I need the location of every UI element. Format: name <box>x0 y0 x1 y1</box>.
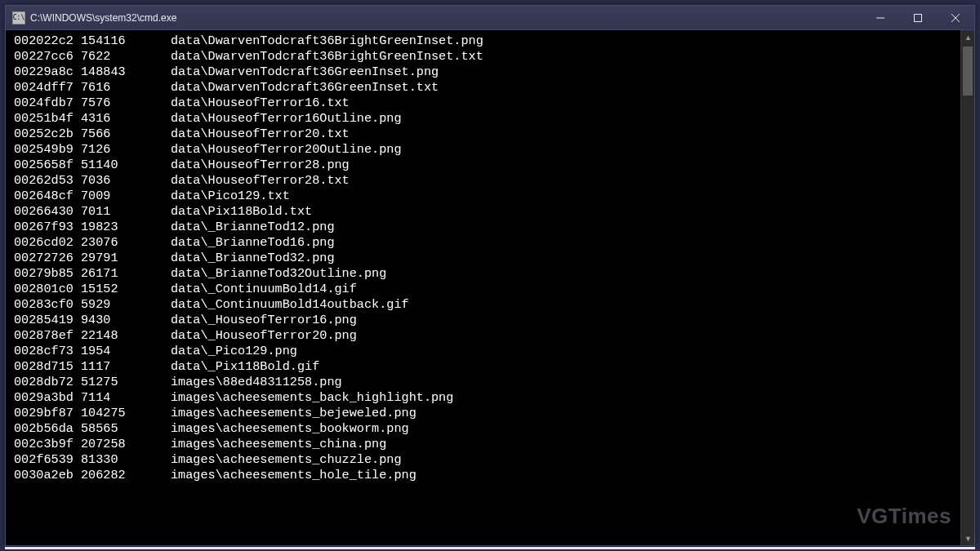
offset-value: 00283cf0 <box>14 297 81 313</box>
size-value: 7576 <box>81 96 171 111</box>
size-value: 5929 <box>81 297 171 313</box>
size-value: 26171 <box>81 266 171 282</box>
output-row: 0028d7151117data\_Pix118Bold.gif <box>14 359 960 375</box>
path-value: images\acheesements_chuzzle.png <box>171 452 960 468</box>
path-value: data\HouseofTerror16Outline.png <box>171 111 960 127</box>
offset-value: 00262d53 <box>14 173 81 189</box>
titlebar[interactable]: C:\ C:\WINDOWS\system32\cmd.exe <box>6 6 974 30</box>
size-value: 1954 <box>81 344 171 359</box>
path-value: images\acheesements_hole_tile.png <box>171 468 960 483</box>
scroll-up-arrow-icon[interactable]: ▲ <box>961 30 975 44</box>
scroll-down-arrow-icon[interactable]: ▼ <box>961 531 975 545</box>
offset-value: 0028d715 <box>14 359 81 375</box>
path-value: images\acheesements_china.png <box>171 437 960 452</box>
client-area: 002022c2154116data\DwarvenTodcraft36Brig… <box>6 30 974 545</box>
output-row: 0029bf87104275images\acheesements_bejewe… <box>14 406 960 421</box>
path-value: data\_BrianneTod12.png <box>171 220 960 235</box>
offset-value: 002878ef <box>14 328 81 344</box>
size-value: 7114 <box>81 390 171 406</box>
output-row: 002664307011data\Pix118Bold.txt <box>14 204 960 220</box>
output-row: 0030a2eb206282images\acheesements_hole_t… <box>14 468 960 483</box>
vertical-scrollbar[interactable]: ▲ ▼ <box>960 30 974 545</box>
offset-value: 0026cd02 <box>14 235 81 251</box>
window-title: C:\WINDOWS\system32\cmd.exe <box>30 12 176 24</box>
path-value: images\acheesements_bookworm.png <box>171 421 960 437</box>
offset-value: 002549b9 <box>14 142 81 158</box>
output-row: 0029a3bd7114images\acheesements_back_hig… <box>14 390 960 406</box>
size-value: 7616 <box>81 80 171 96</box>
size-value: 207258 <box>81 437 171 452</box>
output-row: 0025658f51140data\HouseofTerror28.png <box>14 158 960 173</box>
path-value: data\_ContinuumBold14outback.gif <box>171 297 960 313</box>
output-row: 002878ef22148data\_HouseofTerror20.png <box>14 328 960 344</box>
size-value: 154116 <box>81 33 171 49</box>
output-row: 00252c2b7566data\HouseofTerror20.txt <box>14 127 960 142</box>
offset-value: 00251b4f <box>14 111 81 127</box>
offset-value: 0025658f <box>14 158 81 173</box>
offset-value: 002c3b9f <box>14 437 81 452</box>
size-value: 1117 <box>81 359 171 375</box>
cmd-window: C:\ C:\WINDOWS\system32\cmd.exe 002022c2… <box>5 5 975 546</box>
output-row: 0024dff77616data\DwarvenTodcraft36GreenI… <box>14 80 960 96</box>
offset-value: 0030a2eb <box>14 468 81 483</box>
size-value: 29791 <box>81 251 171 266</box>
size-value: 206282 <box>81 468 171 483</box>
path-value: data\Pix118Bold.txt <box>171 204 960 220</box>
output-row: 002854199430data\_HouseofTerror16.png <box>14 313 960 328</box>
maximize-icon <box>914 14 922 22</box>
path-value: data\_BrianneTod32Outline.png <box>171 266 960 282</box>
output-row: 002801c015152data\_ContinuumBold14.gif <box>14 282 960 297</box>
size-value: 7126 <box>81 142 171 158</box>
path-value: data\HouseofTerror16.txt <box>171 96 960 111</box>
minimize-icon <box>876 14 884 22</box>
size-value: 51140 <box>81 158 171 173</box>
path-value: data\_HouseofTerror20.png <box>171 328 960 344</box>
size-value: 15152 <box>81 282 171 297</box>
path-value: data\_ContinuumBold14.gif <box>171 282 960 297</box>
output-row: 00251b4f4316data\HouseofTerror16Outline.… <box>14 111 960 127</box>
offset-value: 0028cf73 <box>14 344 81 359</box>
offset-value: 0029a3bd <box>14 390 81 406</box>
scroll-thumb[interactable] <box>963 47 973 96</box>
output-row: 00283cf05929data\_ContinuumBold14outback… <box>14 297 960 313</box>
path-value: data\_Pico129.png <box>171 344 960 359</box>
offset-value: 00266430 <box>14 204 81 220</box>
output-row: 0027272629791data\_BrianneTod32.png <box>14 251 960 266</box>
path-value: data\_Pix118Bold.gif <box>171 359 960 375</box>
path-value: data\_BrianneTod32.png <box>171 251 960 266</box>
offset-value: 00229a8c <box>14 64 81 80</box>
svg-rect-1 <box>915 14 922 21</box>
terminal-output[interactable]: 002022c2154116data\DwarvenTodcraft36Brig… <box>6 30 960 545</box>
path-value: data\DwarvenTodcraft36GreenInset.png <box>171 64 960 80</box>
offset-value: 0028db72 <box>14 375 81 390</box>
offset-value: 002648cf <box>14 189 81 204</box>
output-row: 0024fdb77576data\HouseofTerror16.txt <box>14 96 960 111</box>
offset-value: 002022c2 <box>14 33 81 49</box>
path-value: images\acheesements_back_highlight.png <box>171 390 960 406</box>
path-value: data\HouseofTerror20.txt <box>171 127 960 142</box>
path-value: data\HouseofTerror28.txt <box>171 173 960 189</box>
size-value: 148843 <box>81 64 171 80</box>
output-row: 002c3b9f207258images\acheesements_china.… <box>14 437 960 452</box>
path-value: data\HouseofTerror20Outline.png <box>171 142 960 158</box>
size-value: 7009 <box>81 189 171 204</box>
size-value: 23076 <box>81 235 171 251</box>
size-value: 22148 <box>81 328 171 344</box>
output-row: 00262d537036data\HouseofTerror28.txt <box>14 173 960 189</box>
offset-value: 002f6539 <box>14 452 81 468</box>
output-row: 00229a8c148843data\DwarvenTodcraft36Gree… <box>14 64 960 80</box>
path-value: data\DwarvenTodcraft36BrightGreenInset.p… <box>171 33 960 49</box>
close-icon <box>951 14 960 22</box>
output-row: 00267f9319823data\_BrianneTod12.png <box>14 220 960 235</box>
output-row: 002f653981330images\acheesements_chuzzle… <box>14 452 960 468</box>
minimize-button[interactable] <box>862 6 899 30</box>
path-value: data\_BrianneTod16.png <box>171 235 960 251</box>
path-value: images\acheesements_bejeweled.png <box>171 406 960 421</box>
path-value: images\88ed48311258.png <box>171 375 960 390</box>
path-value: data\DwarvenTodcraft36BrightGreenInset.t… <box>171 49 960 64</box>
close-button[interactable] <box>937 6 974 30</box>
output-row: 002b56da58565images\acheesements_bookwor… <box>14 421 960 437</box>
offset-value: 00267f93 <box>14 220 81 235</box>
path-value: data\HouseofTerror28.png <box>171 158 960 173</box>
maximize-button[interactable] <box>899 6 937 30</box>
